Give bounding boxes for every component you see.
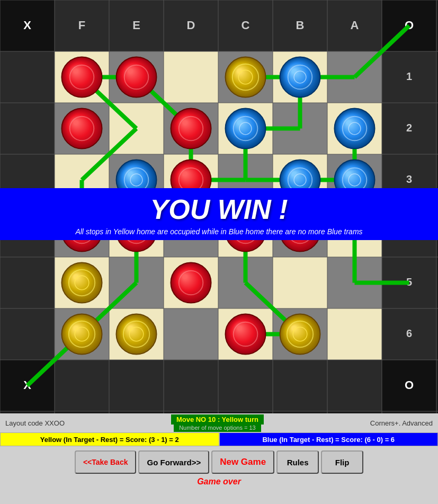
take-back-button[interactable]: <<Take Back [75,450,137,474]
blue-score: Blue (In Target - Rest) = Score: (6 - 0)… [219,432,439,446]
game-container: YOU WIN ! All stops in Yellow home are o… [0,0,438,504]
status-bar: Layout code XXOO Move NO 10 : Yellow tur… [0,413,438,432]
new-game-button[interactable]: New Game [211,450,274,474]
go-forward-button[interactable]: Go Forward>> [138,450,209,474]
corners-info: Corners+. Advanced [370,419,433,427]
move-info: Move NO 10 : Yellow turn [171,414,264,425]
yellow-score: Yellow (In Target - Rest) = Score: (3 - … [0,432,219,446]
win-subtitle: All stops in Yellow home are occupied wh… [0,227,438,236]
win-title: YOU WIN ! [0,193,438,225]
move-options: Number of move options = 13 [174,425,261,432]
score-bar: Yellow (In Target - Rest) = Score: (3 - … [0,432,438,446]
layout-code: Layout code XXOO [5,419,65,427]
bottom-panel: Layout code XXOO Move NO 10 : Yellow tur… [0,413,438,504]
button-bar: <<Take Back Go Forward>> New Game Rules … [0,446,438,476]
game-over-text: Game over [0,476,438,489]
win-banner: YOU WIN ! All stops in Yellow home are o… [0,188,438,240]
rules-button[interactable]: Rules [276,450,319,474]
flip-button[interactable]: Flip [321,450,363,474]
